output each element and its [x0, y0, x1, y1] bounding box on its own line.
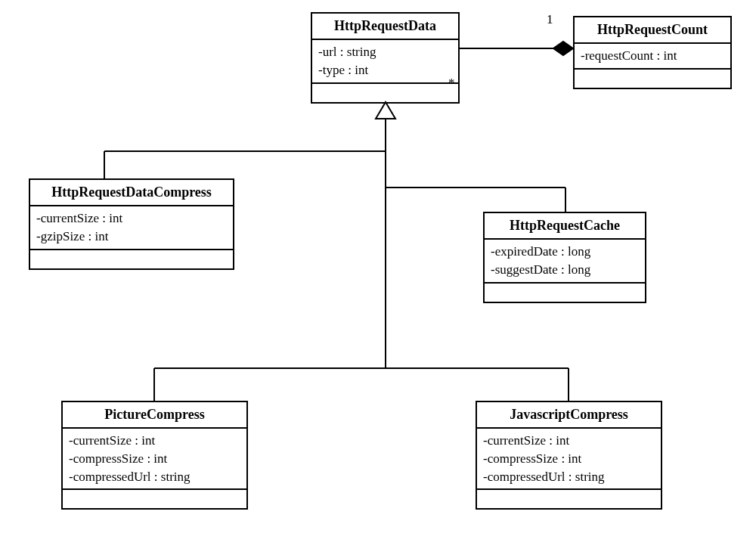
- class-title: PictureCompress: [63, 402, 246, 429]
- class-http-request-data-compress: HttpRequestDataCompress -currentSize : i…: [29, 178, 234, 270]
- class-attrs: -currentSize : int -compressSize : int -…: [477, 429, 661, 490]
- attr-row: -compressedUrl : string: [483, 468, 655, 486]
- multiplicity-one: 1: [547, 12, 553, 27]
- attr-row: -currentSize : int: [483, 432, 655, 450]
- branch-to-javascript: [386, 368, 569, 401]
- class-attrs: -requestCount : int: [575, 44, 730, 70]
- class-javascript-compress: JavascriptCompress -currentSize : int -c…: [476, 401, 662, 510]
- svg-marker-1: [553, 42, 573, 55]
- class-title: HttpRequestDataCompress: [30, 180, 233, 206]
- class-ops: [575, 70, 730, 88]
- class-title: HttpRequestCache: [485, 213, 645, 240]
- attr-row: -compressedUrl : string: [69, 468, 240, 486]
- class-ops: [63, 490, 246, 508]
- branch-to-cache: [386, 188, 565, 212]
- generalization-triangle: [376, 102, 395, 368]
- attr-row: -currentSize : int: [36, 209, 227, 228]
- class-title: HttpRequestData: [312, 14, 458, 40]
- attr-row: -expiredDate : long: [491, 243, 639, 261]
- branch-to-compress: [104, 151, 386, 178]
- class-ops: [30, 250, 233, 268]
- svg-marker-2: [376, 102, 395, 119]
- attr-row: -currentSize : int: [69, 432, 240, 450]
- class-attrs: -url : string -type : int: [312, 40, 458, 84]
- class-ops: [477, 490, 661, 508]
- class-http-request-count: HttpRequestCount -requestCount : int: [573, 16, 732, 89]
- attr-row: -requestCount : int: [581, 47, 724, 65]
- attr-row: -gzipSize : int: [36, 228, 227, 246]
- class-title: JavascriptCompress: [477, 402, 661, 429]
- attr-row: -compressSize : int: [69, 450, 240, 468]
- attr-row: -type : int: [318, 61, 452, 79]
- attr-row: -url : string: [318, 43, 452, 61]
- attr-row: -compressSize : int: [483, 450, 655, 468]
- composition-link: [460, 42, 573, 55]
- branch-to-picture: [154, 368, 386, 401]
- class-attrs: -currentSize : int -gzipSize : int: [30, 206, 233, 250]
- class-ops: [312, 84, 458, 102]
- class-http-request-cache: HttpRequestCache -expiredDate : long -su…: [483, 212, 646, 303]
- class-title: HttpRequestCount: [575, 17, 730, 44]
- class-attrs: -currentSize : int -compressSize : int -…: [63, 429, 246, 490]
- class-attrs: -expiredDate : long -suggestDate : long: [485, 240, 645, 284]
- class-http-request-data: HttpRequestData -url : string -type : in…: [311, 12, 460, 104]
- class-ops: [485, 284, 645, 302]
- multiplicity-many: *: [448, 76, 455, 91]
- attr-row: -suggestDate : long: [491, 261, 639, 279]
- class-picture-compress: PictureCompress -currentSize : int -comp…: [61, 401, 248, 510]
